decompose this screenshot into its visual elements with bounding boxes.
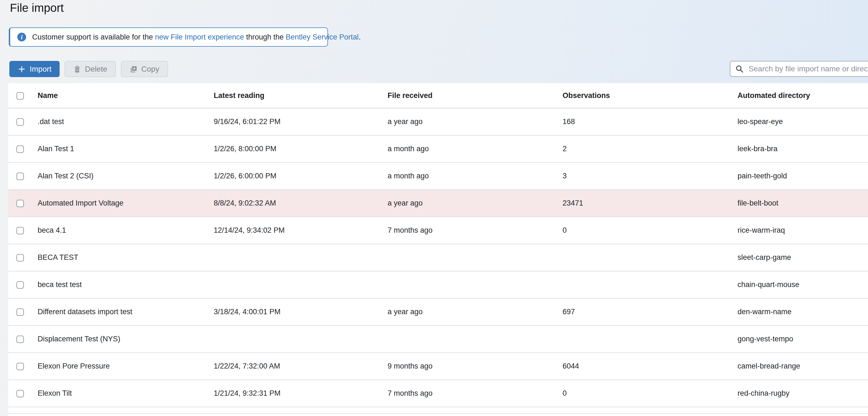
page-title: File import (10, 0, 64, 16)
cell-latest-reading: 3/18/24, 4:00:01 PM (214, 308, 388, 316)
row-checkbox[interactable] (17, 363, 24, 370)
banner-text-middle: through the (244, 33, 286, 41)
cell-name: Elexon Pore Pressure (38, 362, 214, 371)
delete-button[interactable]: Delete (65, 61, 116, 77)
column-header-automated-directory[interactable]: Automated directory (738, 91, 868, 100)
cell-automated-directory: gong-vest-tempo (738, 335, 868, 343)
copy-button[interactable]: Copy (121, 61, 168, 77)
copy-icon (130, 65, 137, 73)
cell-file-received: a month ago (388, 145, 563, 153)
cell-latest-reading: 9/16/24, 6:01:22 PM (214, 117, 388, 126)
row-checkbox[interactable] (17, 145, 24, 153)
row-checkbox-cell (8, 253, 38, 262)
cell-observations: 3 (563, 172, 738, 180)
table-row[interactable]: .dat test 9/16/24, 6:01:22 PM a year ago… (8, 108, 868, 136)
row-checkbox-cell (8, 280, 38, 289)
copy-button-label: Copy (141, 65, 159, 74)
row-checkbox-cell (8, 389, 38, 397)
cell-automated-directory: chain-quart-mouse (738, 280, 868, 289)
row-checkbox[interactable] (17, 254, 24, 262)
cell-file-received: a year ago (388, 308, 563, 316)
new-file-import-experience-link[interactable]: new File Import experience (155, 33, 244, 41)
cell-observations: 168 (563, 117, 738, 126)
toolbar: Import Delete Copy (9, 61, 168, 77)
cell-latest-reading: 8/8/24, 9:02:32 AM (214, 199, 388, 207)
row-checkbox-cell (8, 172, 38, 180)
cell-automated-directory: den-warm-name (738, 308, 868, 316)
cell-automated-directory: leek-bra-bra (738, 145, 868, 153)
row-checkbox-cell (8, 308, 38, 316)
column-header-latest-reading[interactable]: Latest reading (214, 91, 388, 100)
import-button[interactable]: Import (9, 61, 60, 77)
table-row[interactable]: Different datasets import test 3/18/24, … (8, 299, 868, 326)
table-row[interactable]: Alan Test 2 (CSI) 1/2/26, 6:00:00 PM a m… (8, 163, 868, 190)
table-body: .dat test 9/16/24, 6:01:22 PM a year ago… (8, 108, 868, 407)
row-checkbox[interactable] (17, 118, 24, 126)
cell-name: Different datasets import test (38, 308, 214, 316)
column-header-observations[interactable]: Observations (563, 91, 738, 100)
row-checkbox[interactable] (17, 308, 24, 316)
row-checkbox[interactable] (17, 200, 24, 207)
cell-automated-directory: camel-bread-range (738, 362, 868, 371)
cell-automated-directory: leo-spear-eye (738, 117, 868, 126)
cell-file-received: a year ago (388, 199, 563, 207)
cell-automated-directory: file-belt-boot (738, 199, 868, 207)
cell-latest-reading: 1/21/24, 9:32:31 PM (214, 389, 388, 397)
cell-file-received: 7 months ago (388, 226, 563, 235)
cell-automated-directory: rice-warm-iraq (738, 226, 868, 235)
cell-file-received: 9 months ago (388, 362, 563, 371)
partial-next-row (8, 407, 868, 414)
table-row[interactable]: beca test test chain-quart-mouse (8, 271, 868, 299)
select-all-checkbox[interactable] (17, 92, 24, 100)
table-row[interactable]: Displacement Test (NYS) gong-vest-tempo (8, 326, 868, 353)
cell-name: Displacement Test (NYS) (38, 335, 214, 343)
row-checkbox-cell (8, 362, 38, 371)
cell-observations: 2 (563, 145, 738, 153)
row-checkbox-cell (8, 145, 38, 153)
row-checkbox-cell (8, 335, 38, 343)
table-row[interactable]: BECA TEST sleet-carp-game (8, 244, 868, 271)
table-row[interactable]: Automated Import Voltage 8/8/24, 9:02:32… (8, 190, 868, 217)
header-checkbox-cell (8, 91, 38, 100)
cell-automated-directory: red-china-rugby (738, 389, 868, 397)
cell-file-received: 7 months ago (388, 389, 563, 397)
cell-observations: 6044 (563, 362, 738, 371)
cell-name: Alan Test 2 (CSI) (38, 172, 214, 180)
banner-text-before: Customer support is available for the (32, 33, 155, 41)
table-row[interactable]: Elexon Tilt 1/21/24, 9:32:31 PM 7 months… (8, 380, 868, 407)
cell-latest-reading: 12/14/24, 9:34:02 PM (214, 226, 388, 235)
delete-button-label: Delete (85, 65, 107, 74)
table-row[interactable]: Alan Test 1 1/2/26, 8:00:00 PM a month a… (8, 136, 868, 163)
trash-icon (73, 65, 81, 73)
cell-latest-reading: 1/2/26, 8:00:00 PM (214, 145, 388, 153)
plus-icon (18, 65, 26, 73)
cell-observations: 23471 (563, 199, 738, 207)
cell-file-received: a month ago (388, 172, 563, 180)
cell-latest-reading: 1/2/26, 6:00:00 PM (214, 172, 388, 180)
cell-observations: 0 (563, 226, 738, 235)
cell-name: BECA TEST (38, 253, 214, 262)
row-checkbox-cell (8, 226, 38, 235)
search-input[interactable] (748, 64, 868, 74)
table-row[interactable]: Elexon Pore Pressure 1/22/24, 7:32:00 AM… (8, 353, 868, 380)
search-box (730, 61, 868, 77)
column-header-file-received[interactable]: File received (388, 91, 563, 100)
row-checkbox-cell (8, 117, 38, 126)
row-checkbox[interactable] (17, 336, 24, 343)
cell-automated-directory: sleet-carp-game (738, 253, 868, 262)
cell-latest-reading: 1/22/24, 7:32:00 AM (214, 362, 388, 371)
row-checkbox-cell (8, 199, 38, 207)
row-checkbox[interactable] (17, 227, 24, 234)
row-checkbox[interactable] (17, 173, 24, 180)
bentley-service-portal-link[interactable]: Bentley Service Portal (286, 33, 359, 41)
table-row[interactable]: beca 4.1 12/14/24, 9:34:02 PM 7 months a… (8, 217, 868, 244)
info-banner: i Customer support is available for the … (9, 28, 328, 47)
row-checkbox[interactable] (17, 281, 24, 289)
cell-name: beca test test (38, 280, 214, 289)
file-import-table: Name Latest reading File received Observ… (8, 83, 868, 416)
banner-text: Customer support is available for the ne… (32, 33, 361, 41)
row-checkbox[interactable] (17, 390, 24, 397)
cell-name: Alan Test 1 (38, 145, 214, 153)
table-header-row: Name Latest reading File received Observ… (8, 83, 868, 108)
column-header-name[interactable]: Name (38, 91, 214, 100)
